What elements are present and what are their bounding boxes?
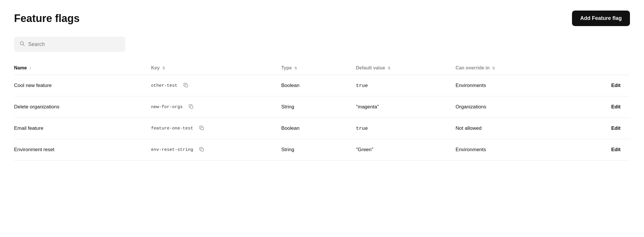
- svg-rect-3: [190, 106, 193, 108]
- cell-name-2: Email feature: [14, 118, 151, 139]
- sort-icon-type: ⇅: [294, 66, 297, 70]
- edit-button-1[interactable]: Edit: [609, 103, 623, 111]
- cell-action-3: Edit: [580, 139, 630, 161]
- cell-default-3: "Green": [356, 139, 455, 161]
- svg-rect-2: [185, 84, 188, 87]
- copy-key-button-1[interactable]: [188, 104, 195, 110]
- key-value-0: other-test: [151, 83, 177, 88]
- cell-name-0: Cool new feature: [14, 75, 151, 96]
- search-input[interactable]: [28, 41, 120, 47]
- cell-action-2: Edit: [580, 118, 630, 139]
- cell-key-1: new-for-orgs: [151, 96, 281, 118]
- cell-override-0: Environments: [455, 75, 580, 96]
- cell-type-3: String: [281, 139, 356, 161]
- search-section: [14, 37, 630, 52]
- edit-button-3[interactable]: Edit: [609, 146, 623, 154]
- cell-key-2: feature-one-test: [151, 118, 281, 139]
- page-title: Feature flags: [14, 12, 80, 25]
- key-value-1: new-for-orgs: [151, 105, 183, 110]
- svg-rect-4: [201, 127, 203, 130]
- col-header-key[interactable]: Key ⇅: [151, 61, 281, 75]
- edit-button-0[interactable]: Edit: [609, 81, 623, 90]
- copy-icon-3: [199, 147, 204, 153]
- cell-type-1: String: [281, 96, 356, 118]
- page-header: Feature flags Add Feature flag: [14, 11, 630, 26]
- cell-default-2: true: [356, 118, 455, 139]
- cell-name-3: Environment reset: [14, 139, 151, 161]
- key-value-2: feature-one-test: [151, 126, 193, 131]
- cell-default-1: "magenta": [356, 96, 455, 118]
- table-row: Cool new feature other-test Boolean true…: [14, 75, 630, 96]
- copy-icon-2: [199, 126, 204, 131]
- cell-override-3: Environments: [455, 139, 580, 161]
- cell-default-0: true: [356, 75, 455, 96]
- copy-key-button-3[interactable]: [198, 146, 205, 153]
- table-row: Email feature feature-one-test Boolean t…: [14, 118, 630, 139]
- key-value-3: env-reset-string: [151, 147, 193, 152]
- copy-icon-0: [184, 83, 188, 88]
- sort-icon-name: ↑: [29, 66, 31, 70]
- svg-rect-5: [201, 149, 203, 151]
- cell-override-2: Not allowed: [455, 118, 580, 139]
- copy-key-button-2[interactable]: [198, 125, 205, 132]
- search-icon: [19, 41, 25, 48]
- sort-icon-key: ⇅: [162, 66, 165, 70]
- cell-name-1: Delete organizations: [14, 96, 151, 118]
- copy-key-button-0[interactable]: [182, 82, 189, 89]
- feature-flags-table: Name ↑ Key ⇅ Type ⇅ Default value ⇅ Can …: [14, 61, 630, 161]
- col-header-name[interactable]: Name ↑: [14, 61, 151, 75]
- table-header-row: Name ↑ Key ⇅ Type ⇅ Default value ⇅ Can …: [14, 61, 630, 75]
- search-box: [14, 37, 125, 52]
- edit-button-2[interactable]: Edit: [609, 124, 623, 132]
- cell-type-2: Boolean: [281, 118, 356, 139]
- table-row: Environment reset env-reset-string Strin…: [14, 139, 630, 161]
- col-header-default-value[interactable]: Default value ⇅: [356, 61, 455, 75]
- col-header-type[interactable]: Type ⇅: [281, 61, 356, 75]
- copy-icon-1: [189, 104, 193, 110]
- table-row: Delete organizations new-for-orgs String…: [14, 96, 630, 118]
- col-header-can-override[interactable]: Can override in ⇅: [455, 61, 580, 75]
- cell-key-3: env-reset-string: [151, 139, 281, 161]
- sort-icon-default: ⇅: [388, 66, 390, 70]
- cell-override-1: Organizations: [455, 96, 580, 118]
- sort-icon-override: ⇅: [492, 66, 495, 70]
- cell-key-0: other-test: [151, 75, 281, 96]
- col-header-action: [580, 61, 630, 75]
- cell-action-0: Edit: [580, 75, 630, 96]
- cell-type-0: Boolean: [281, 75, 356, 96]
- svg-line-1: [23, 45, 25, 46]
- add-feature-flag-button[interactable]: Add Feature flag: [572, 11, 630, 26]
- cell-action-1: Edit: [580, 96, 630, 118]
